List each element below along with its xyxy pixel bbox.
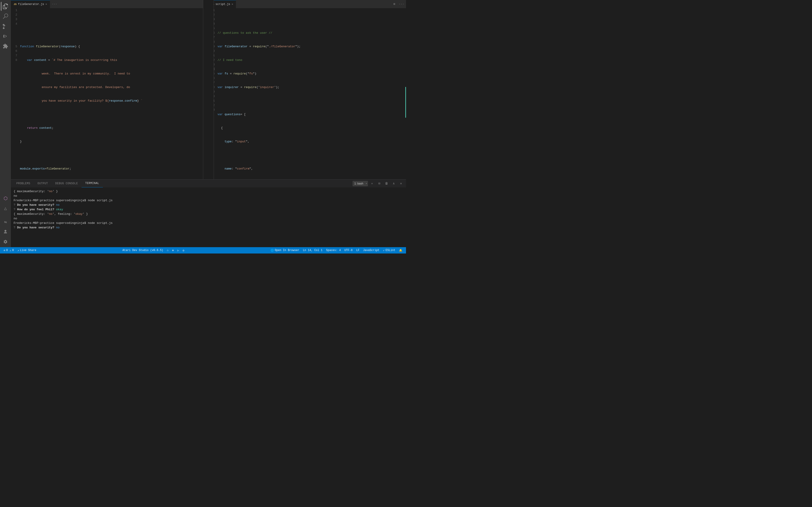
line-numbers-left: 1 2 3 4 5 6 7 8 [11,8,20,179]
status-errors[interactable]: ⊘ 0 ⚠ 0 [2,247,16,253]
status-play[interactable]: ▷ [175,247,181,253]
right-code-area[interactable]: // questions to ask the user // var file… [217,8,406,179]
code-line: week. There is unrest in my community. I… [20,71,206,76]
run-activity-icon[interactable] [1,32,10,41]
right-editor-content: 1 2 3 4 5 6 7 8 9 10 11 12 13 14 15 16 1… [208,8,406,179]
activity-bar: ⬡ △ ⇋ [0,0,11,247]
warning-count: 0 [12,249,14,252]
code-line: you have security in your facility? ${re… [20,99,206,103]
code-line [20,17,206,22]
close-script-tab-button[interactable]: ✕ [232,2,233,6]
status-language[interactable]: JavaScript [361,247,381,253]
left-editor-pane: JS fileGenerator.js ✕ ··· 1 2 3 4 5 6 7 … [11,0,208,179]
code-line: ensure my facilities are protected. Deve… [20,85,206,90]
status-notifications[interactable]: 🔔 [397,247,404,253]
close-tab-button[interactable]: ✕ [45,2,47,6]
right-tab-bar: JS script.js ✕ ⊞ ··· [208,0,406,8]
terminal-line: Fredericks-MBP:practice supercodingninja… [14,221,403,225]
error-icon: ⊘ [4,249,5,252]
remote-activity-icon[interactable]: ⇋ [1,217,10,226]
code-line: } [20,139,206,144]
code-line [217,17,404,22]
tab-terminal[interactable]: TERMINAL [82,179,103,187]
tab-problems[interactable]: PROBLEMS [13,179,34,187]
left-code-area[interactable]: function fileGenerator(response) { var c… [20,8,208,179]
right-code-editor[interactable]: 1 2 3 4 5 6 7 8 9 10 11 12 13 14 15 16 1… [208,8,406,179]
panel-close-button[interactable]: ✕ [398,180,404,187]
terminal-line: { maximumSecurity: 'no', feeling: 'okay'… [14,212,403,216]
explorer-icon[interactable] [1,2,10,11]
tab-fileGenerator[interactable]: JS fileGenerator.js ✕ [11,0,50,8]
warning-activity-icon[interactable]: △ [1,204,10,213]
extensions-activity-icon[interactable] [1,42,10,51]
terminal-line: ? How do you feel Phil? okay [14,207,403,212]
account-activity-icon[interactable] [1,227,10,236]
status-encoding[interactable]: UTF-8 [343,247,354,253]
right-more-tabs-button[interactable]: ··· [397,0,406,8]
atari-studio-label: Atari Dev Studio (v0.6.5) [122,249,163,252]
terminal-line: no [14,216,403,221]
split-terminal-button[interactable]: ⊟ [376,180,383,187]
code-line: module.exports=fileGenerator; [20,167,206,171]
status-target[interactable]: ◎ [181,247,186,253]
status-live-share[interactable]: ↗ Live Share [16,247,38,253]
home-icon: ⌂ [167,249,168,252]
code-line [217,99,404,103]
terminal-select[interactable]: 1: bash [353,181,368,186]
cursor-pos-label: Ln 14, Col 1 [303,249,322,252]
code-line: name: "confirm", [217,167,404,171]
terminal-select-wrapper: 1: bash [353,181,368,186]
terminal-line: ? Do you have security? no [14,203,403,207]
panel-controls: 1: bash ＋ ⊟ 🗑 ∧ ✕ [353,180,404,187]
panel-area: PROBLEMS OUTPUT DEBUG CONSOLE TERMINAL 1… [11,179,406,247]
code-line: var inquirer = require('inquirer'); [217,85,404,90]
status-open-browser[interactable]: 🌐 Open In Browser [269,247,301,253]
left-code-editor[interactable]: 1 2 3 4 5 6 7 8 function fileGenerator(r… [11,8,208,179]
debug-label: DEBUG CONSOLE [55,182,78,185]
code-line: var fileGenerator = require("./fileGener… [217,44,404,49]
code-line [20,112,206,117]
terminal-content[interactable]: { maximumSecurity: 'no' } no Fredericks-… [11,187,406,247]
code-line: var questions= [ [217,112,404,117]
terminal-line: no [14,194,403,198]
panel-collapse-up-button[interactable]: ∧ [391,180,397,187]
status-spaces[interactable]: Spaces: 4 [324,247,343,253]
source-control-activity-icon[interactable] [1,22,10,31]
terminal-line: ? Do you have security? no [14,225,403,230]
code-line [217,153,404,158]
code-line: function fileGenerator(response) { [20,44,206,49]
code-line: var content = `# The inaugartion is occu… [20,58,206,62]
tab-output[interactable]: OUTPUT [34,179,52,187]
target-icon: ◎ [183,249,184,252]
code-line: // questions to ask the user // [217,31,404,35]
terminal-line: Fredericks-MBP:practice supercodingninja… [14,198,403,203]
status-eol[interactable]: LF [354,247,361,253]
code-line: // I need tono [217,58,404,62]
more-tabs-button[interactable]: ··· [50,0,59,8]
status-atari-studio[interactable]: Atari Dev Studio (v0.6.5) [121,247,165,253]
settings-activity-icon[interactable] [1,237,10,246]
spaces-label: Spaces: 4 [326,249,341,252]
live-share-label: Live Share [20,249,36,252]
notifications-icon: 🔔 [399,249,402,252]
code-line [20,153,206,158]
code-line: return content; [20,126,206,130]
status-wireless-play[interactable]: ⊕ [170,247,175,253]
live-share-icon: ↗ [17,249,19,252]
green-indicator-2 [405,101,406,118]
search-activity-icon[interactable] [1,12,10,21]
atari-activity-icon[interactable]: ⬡ [1,194,10,203]
new-terminal-button[interactable]: ＋ [369,180,375,187]
tab-debug-console[interactable]: DEBUG CONSOLE [52,179,82,187]
status-home[interactable]: ⌂ [165,247,170,253]
split-editor-button[interactable]: ⊞ [392,0,397,8]
status-cursor-pos[interactable]: Ln 14, Col 1 [301,247,324,253]
status-bar: ⊘ 0 ⚠ 0 ↗ Live Share Atari Dev Studio (v… [0,247,406,253]
status-eslint[interactable]: ✓ ESLint [381,247,397,253]
wireless-play-icon: ⊕ [172,249,174,252]
left-tab-bar: JS fileGenerator.js ✕ ··· [11,0,208,8]
delete-terminal-button[interactable]: 🗑 [383,180,390,187]
problems-label: PROBLEMS [16,182,30,185]
code-line: var fs = require("fs") [217,71,404,76]
browser-icon: 🌐 [270,249,274,252]
